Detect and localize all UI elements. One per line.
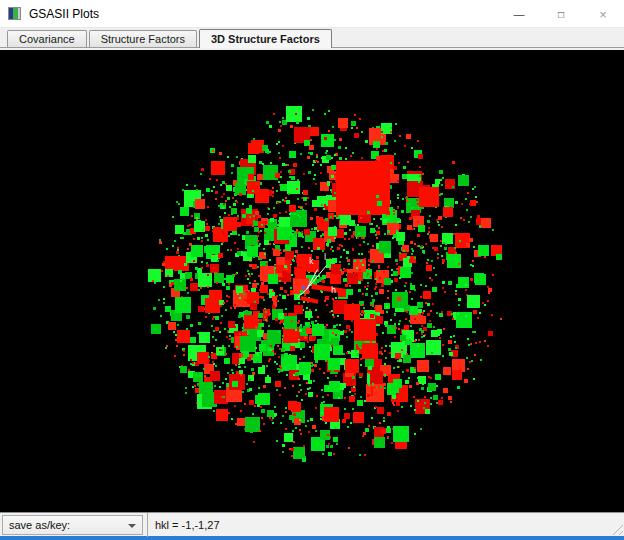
plot-tab-bar: CovarianceStructure Factors3D Structure … (0, 28, 624, 47)
save-as-key-combobox[interactable]: save as/key: (2, 515, 143, 535)
structure-factor-3d-plot[interactable] (0, 50, 624, 512)
gsasii-plots-window: GSASII Plots — □ × CovarianceStructure F… (0, 0, 624, 540)
window-accent-border (0, 536, 624, 540)
minimize-button[interactable]: — (498, 0, 540, 28)
close-icon: × (599, 7, 607, 22)
tab-3d-structure-factors[interactable]: 3D Structure Factors (199, 29, 332, 48)
window-controls: — □ × (498, 0, 624, 28)
app-icon (8, 7, 21, 20)
hkl-readout: hkl = -1,-1,27 (155, 519, 220, 531)
maximize-icon: □ (558, 9, 564, 20)
combo-label: save as/key: (9, 519, 70, 531)
maximize-button[interactable]: □ (540, 0, 582, 28)
tab-structure-factors[interactable]: Structure Factors (89, 30, 197, 47)
window-title: GSASII Plots (29, 7, 99, 21)
minimize-icon: — (514, 8, 525, 20)
title-bar[interactable]: GSASII Plots — □ × (0, 0, 624, 28)
status-bar: save as/key: hkl = -1,-1,27 (0, 512, 624, 536)
tab-covariance[interactable]: Covariance (7, 30, 87, 47)
close-button[interactable]: × (582, 0, 624, 28)
chevron-down-icon (128, 524, 136, 528)
resize-grip-icon[interactable] (610, 522, 623, 535)
status-separator (147, 513, 148, 537)
